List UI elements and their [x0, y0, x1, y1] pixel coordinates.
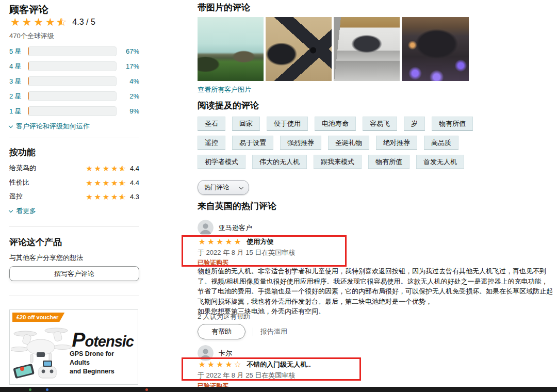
see-all-customer-images-link[interactable]: 查看所有客户图片 [198, 85, 251, 94]
histogram-label[interactable]: 1 星 [9, 107, 28, 116]
mention-tag[interactable]: 岁 [404, 117, 425, 131]
review-image-drone-box[interactable] [334, 17, 400, 81]
histogram-bar-track[interactable] [28, 106, 117, 116]
star-icon: ★ [110, 179, 119, 187]
review-product-subtitle: 与其他客户分享您的想法 [9, 253, 83, 263]
feature-star-rating: ★★★★☆★ [85, 179, 127, 187]
histogram-percent[interactable]: 4% [117, 77, 139, 85]
histogram-label[interactable]: 4 星 [9, 62, 28, 71]
review-author-row[interactable]: 亚马逊客户 [198, 220, 252, 236]
customer-reviews-title: 顾客评论 [9, 3, 48, 17]
mention-tag[interactable]: 圣石 [198, 117, 225, 131]
histogram-percent[interactable]: 17% [117, 62, 139, 70]
sort-dropdown-value: 热门评论 [204, 183, 229, 192]
histogram-label[interactable]: 5 星 [9, 47, 28, 56]
report-abuse-link[interactable]: 报告滥用 [260, 327, 287, 336]
star-icon: ★ [85, 193, 93, 201]
histogram-row-5-star[interactable]: 5 星 67% [9, 46, 139, 56]
review-author-row[interactable]: 卡尔 [198, 345, 232, 361]
review-image-aerial-landscape[interactable] [198, 17, 264, 81]
star-icon: ★ [102, 165, 110, 172]
star-icon: ★ [233, 238, 242, 246]
feature-label: 性价比 [9, 178, 29, 187]
star-empty-icon: ☆ [233, 361, 242, 369]
star-icon: ★ [224, 361, 233, 369]
histogram-bar-track[interactable] [28, 76, 117, 86]
mentions-section-title: 阅读提及的评论 [198, 100, 259, 111]
histogram-label[interactable]: 3 星 [9, 77, 28, 86]
how-ratings-work-link[interactable]: 客户评论和评级如何运作 [9, 122, 90, 131]
mention-tag[interactable]: 便于使用 [267, 117, 308, 131]
mention-tag[interactable]: 强烈推荐 [280, 136, 321, 150]
feature-label: 遥控 [9, 192, 23, 201]
avatar [198, 345, 214, 361]
star-half-icon: ☆★ [119, 179, 127, 187]
mention-tag[interactable]: 高品质 [424, 136, 458, 150]
drone-illustration [11, 322, 74, 382]
feature-label: 给菜鸟的 [9, 164, 36, 173]
histogram-bar-track[interactable] [28, 46, 117, 56]
mention-tag[interactable]: 伟大的无人机 [252, 155, 307, 169]
review-actions-row: 有帮助 报告滥用 [198, 324, 287, 339]
histogram-bar-track[interactable] [28, 61, 117, 71]
star-icon: ★ [216, 361, 224, 369]
histogram-percent[interactable]: 67% [117, 47, 139, 55]
review-star-rating: ★★★★☆ [198, 361, 242, 369]
mention-tag[interactable]: 圣诞礼物 [328, 136, 369, 150]
mention-tag[interactable]: 容易飞 [363, 117, 397, 131]
reviews-sidebar: 顾客评论 ★★★★☆★ 4.3 / 5 470个全球评级 5 星 67% 4 星… [9, 0, 139, 392]
mention-tags-row-1: 圣石 回家 便于使用 电池寿命 容易飞 岁 物有所值 [198, 117, 473, 131]
star-icon: ★ [93, 165, 102, 172]
review-image-drone-purple-lights[interactable] [402, 17, 469, 81]
divider [9, 226, 139, 227]
mention-tag[interactable]: 初学者模式 [198, 155, 245, 169]
star-icon: ★ [102, 179, 110, 187]
by-feature-title: 按功能 [9, 146, 36, 158]
feature-value: 4.4 [130, 179, 139, 187]
bottom-taskbar-strip [0, 387, 557, 392]
star-icon: ★ [216, 238, 224, 246]
histogram-row-2-star[interactable]: 2 星 2% [9, 91, 139, 101]
review-title[interactable]: 不错的入门级无人机.. [247, 360, 310, 369]
star-icon: ★ [206, 361, 215, 369]
see-more-link[interactable]: 看更多 [9, 206, 36, 216]
review-title-row[interactable]: ★★★★★ 使用方便 [198, 237, 273, 247]
histogram-bar-fill [28, 77, 29, 85]
how-ratings-work-label[interactable]: 客户评论和评级如何运作 [16, 122, 90, 130]
taskbar-dot-icon [29, 388, 31, 391]
potensic-ad[interactable]: £20 off voucher Po [9, 309, 138, 385]
mention-tag[interactable]: 物有所值 [432, 117, 473, 131]
helpful-button[interactable]: 有帮助 [198, 324, 245, 339]
mention-tag[interactable]: 回家 [232, 117, 260, 131]
mention-tag[interactable]: 遥控 [198, 136, 225, 150]
review-image-drone-and-controller[interactable] [266, 17, 332, 81]
see-more-label[interactable]: 看更多 [16, 207, 36, 215]
histogram-row-1-star[interactable]: 1 星 9% [9, 106, 139, 116]
histogram-row-4-star[interactable]: 4 星 17% [9, 61, 139, 71]
star-icon: ★ [21, 17, 33, 27]
review-author-name[interactable]: 卡尔 [219, 349, 232, 358]
star-icon: ★ [32, 17, 44, 27]
star-half-icon: ☆★ [56, 17, 68, 27]
mention-tag[interactable]: 物有所值 [368, 155, 409, 169]
avatar [198, 220, 214, 236]
review-date: 于 2022 年 8 月 25 日在英国审核 [198, 371, 295, 380]
mention-tag[interactable]: 绝对推荐 [376, 136, 417, 150]
write-review-button[interactable]: 撰写客户评论 [9, 266, 139, 281]
mention-tag[interactable]: 跟我来模式 [314, 155, 362, 169]
histogram-bar-fill [28, 47, 29, 55]
histogram-label[interactable]: 2 星 [9, 92, 28, 101]
histogram-percent[interactable]: 9% [117, 107, 139, 115]
review-author-name[interactable]: 亚马逊客户 [219, 223, 252, 233]
review-title-row[interactable]: ★★★★☆ 不错的入门级无人机.. [198, 360, 311, 369]
feature-row-value: 性价比 ★★★★☆★4.4 [9, 178, 139, 187]
review-title[interactable]: 使用方便 [247, 237, 273, 247]
histogram-percent[interactable]: 2% [117, 92, 139, 100]
mention-tag[interactable]: 易于设置 [232, 136, 273, 150]
mention-tag[interactable]: 电池寿命 [315, 117, 356, 131]
mention-tags-row-2: 遥控 易于设置 强烈推荐 圣诞礼物 绝对推荐 高品质 [198, 136, 458, 150]
histogram-row-3-star[interactable]: 3 星 4% [9, 76, 139, 86]
sort-reviews-dropdown[interactable]: 热门评论 [198, 180, 249, 195]
mention-tag[interactable]: 首发无人机 [416, 155, 464, 169]
histogram-bar-track[interactable] [28, 91, 117, 101]
